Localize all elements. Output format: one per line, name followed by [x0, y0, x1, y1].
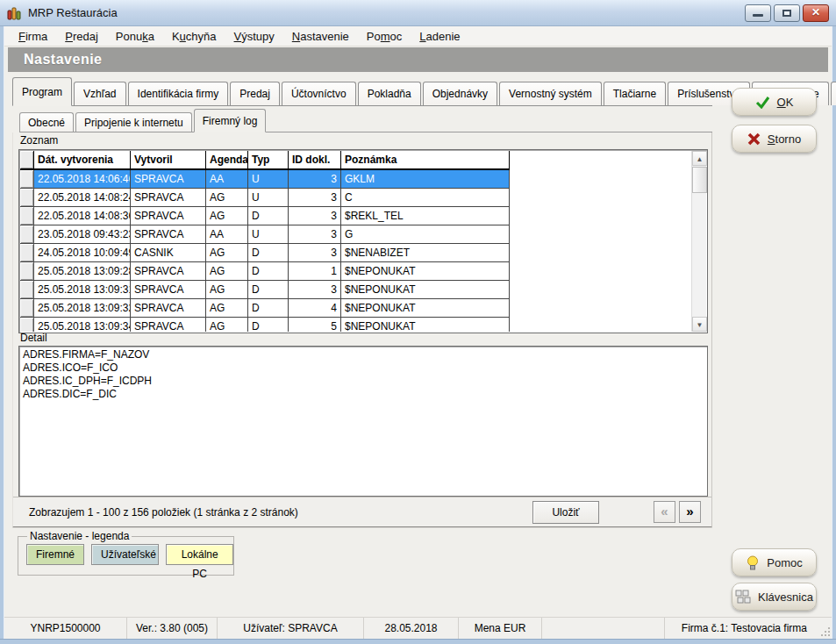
cell-agenda[interactable]: AG	[206, 318, 248, 332]
cell-date[interactable]: 25.05.2018 13:09:34	[34, 318, 131, 332]
log-grid[interactable]: Dát. vytvorenia Vytvoril Agenda Typ ID d…	[18, 149, 708, 333]
tab-tlaciarne[interactable]: Tlačiarne	[604, 82, 666, 105]
table-row[interactable]: 22.05.2018 14:08:24 SPRAVCA AG U 3 C	[20, 189, 691, 207]
menu-pomoc[interactable]: Pomoc	[358, 28, 411, 45]
cell-typ[interactable]: U	[248, 170, 289, 189]
cell-agenda[interactable]: AG	[206, 262, 248, 281]
table-row[interactable]: 25.05.2018 13:09:31 SPRAVCA AG D 3 $NEPO…	[20, 281, 691, 299]
save-button[interactable]: Uložiť	[532, 501, 599, 524]
cell-typ[interactable]: D	[248, 244, 289, 262]
cell-note[interactable]: $REKL_TEL	[341, 207, 510, 225]
cell-typ[interactable]: D	[248, 299, 289, 318]
col-poznamka[interactable]: Poznámka	[341, 151, 510, 170]
cell-note[interactable]: GKLM	[341, 170, 510, 189]
menu-kuchyna[interactable]: Kuchyňa	[163, 28, 225, 45]
menu-vystupy[interactable]: Výstupy	[225, 28, 283, 45]
cell-note[interactable]: $NEPONUKAT	[341, 262, 510, 281]
scroll-up-icon[interactable]: ▲	[692, 151, 707, 166]
grid-scrollbar[interactable]: ▲ ▼	[691, 151, 706, 332]
cell-date[interactable]: 25.05.2018 13:09:28	[34, 262, 131, 281]
tab-predaj[interactable]: Predaj	[230, 82, 280, 105]
col-agenda[interactable]: Agenda	[206, 151, 248, 170]
cell-id[interactable]: 3	[289, 207, 341, 225]
row-selector[interactable]	[20, 281, 34, 299]
cell-date[interactable]: 23.05.2018 09:43:23	[34, 225, 131, 244]
subtab-obecne[interactable]: Obecné	[19, 112, 74, 132]
pomoc-button[interactable]: Pomoc	[732, 548, 817, 576]
cell-date[interactable]: 25.05.2018 13:09:31	[34, 281, 131, 299]
row-selector[interactable]	[20, 225, 34, 244]
table-row[interactable]: 25.05.2018 13:09:32 SPRAVCA AG D 4 $NEPO…	[20, 299, 691, 318]
cell-agenda[interactable]: AG	[206, 281, 248, 299]
cell-user[interactable]: CASNIK	[131, 244, 206, 262]
tab-vernostny-system[interactable]: Vernostný systém	[499, 82, 602, 105]
cell-date[interactable]: 22.05.2018 14:08:24	[34, 189, 131, 207]
table-row[interactable]: 24.05.2018 10:09:49 CASNIK AG D 3 $NENAB…	[20, 244, 691, 262]
storno-button[interactable]: Storno	[732, 125, 817, 153]
cell-typ[interactable]: U	[248, 189, 289, 207]
cell-note[interactable]: G	[341, 225, 510, 244]
menu-firma[interactable]: Firma	[10, 28, 56, 45]
prev-page-button[interactable]: «	[654, 501, 675, 523]
minimize-button[interactable]	[745, 4, 771, 22]
tab-objednavky[interactable]: Objednávky	[423, 82, 497, 105]
cell-user[interactable]: SPRAVCA	[131, 170, 206, 189]
menu-ladenie[interactable]: Ladenie	[411, 28, 468, 45]
row-selector[interactable]	[20, 244, 34, 262]
subtab-firemny-log[interactable]: Firemný log	[194, 109, 267, 132]
table-row[interactable]: 25.05.2018 13:09:28 SPRAVCA AG D 1 $NEPO…	[20, 262, 691, 281]
scroll-down-icon[interactable]: ▼	[692, 317, 707, 332]
cell-id[interactable]: 3	[289, 170, 341, 189]
cell-note[interactable]: $NEPONUKAT	[341, 318, 510, 332]
tab-pokladna[interactable]: Pokladňa	[358, 82, 421, 105]
cell-date[interactable]: 22.05.2018 14:08:36	[34, 207, 131, 225]
cell-typ[interactable]: D	[248, 318, 289, 332]
col-vytvoril[interactable]: Vytvoril	[131, 151, 206, 170]
legend-chip-firemne[interactable]: Firemné	[26, 544, 84, 565]
scrollbar-thumb[interactable]	[692, 167, 707, 193]
cell-agenda[interactable]: AG	[206, 244, 248, 262]
col-typ[interactable]: Typ	[248, 151, 289, 170]
tab-program[interactable]: Program	[12, 77, 72, 106]
cell-note[interactable]: $NEPONUKAT	[341, 299, 510, 318]
menu-predaj[interactable]: Predaj	[56, 28, 107, 45]
cell-agenda[interactable]: AA	[206, 225, 248, 244]
cell-user[interactable]: SPRAVCA	[131, 318, 206, 332]
table-row[interactable]: 22.05.2018 14:06:46 SPRAVCA AA U 3 GKLM	[20, 170, 691, 189]
row-selector[interactable]	[20, 189, 34, 207]
cell-user[interactable]: SPRAVCA	[131, 299, 206, 318]
table-row[interactable]: 22.05.2018 14:08:36 SPRAVCA AG D 3 $REKL…	[20, 207, 691, 225]
cell-typ[interactable]: U	[248, 225, 289, 244]
cell-date[interactable]: 25.05.2018 13:09:32	[34, 299, 131, 318]
restore-button[interactable]	[774, 4, 800, 22]
cell-agenda[interactable]: AG	[206, 207, 248, 225]
row-selector[interactable]	[20, 262, 34, 281]
next-page-button[interactable]: »	[679, 501, 701, 523]
cell-typ[interactable]: D	[248, 262, 289, 281]
cell-typ[interactable]: D	[248, 207, 289, 225]
tab-identifikacia-firmy[interactable]: Identifikácia firmy	[128, 82, 229, 105]
cell-id[interactable]: 3	[289, 281, 341, 299]
detail-memo[interactable]: ADRES.FIRMA=F_NAZOV ADRES.ICO=F_ICO ADRE…	[18, 346, 708, 497]
ok-button[interactable]: OK	[732, 88, 817, 116]
resize-grip-icon[interactable]	[818, 625, 831, 637]
klavesnica-button[interactable]: Klávesnica	[732, 583, 817, 611]
cell-agenda[interactable]: AA	[206, 170, 248, 189]
close-button[interactable]: ✕	[803, 4, 829, 22]
cell-id[interactable]: 3	[289, 189, 341, 207]
cell-note[interactable]: $NENABIZET	[341, 244, 510, 262]
cell-typ[interactable]: D	[248, 281, 289, 299]
cell-user[interactable]: SPRAVCA	[131, 189, 206, 207]
menu-nastavenie[interactable]: Nastavenie	[283, 28, 358, 45]
cell-id[interactable]: 1	[289, 262, 341, 281]
row-selector[interactable]	[20, 207, 34, 225]
cell-id[interactable]: 5	[289, 318, 341, 332]
table-row[interactable]: 23.05.2018 09:43:23 SPRAVCA AA U 3 G	[20, 225, 691, 244]
row-selector[interactable]	[20, 170, 34, 189]
cell-user[interactable]: SPRAVCA	[131, 281, 206, 299]
tab-uctovnictvo[interactable]: Účtovníctvo	[282, 82, 356, 105]
cell-date[interactable]: 22.05.2018 14:06:46	[34, 170, 131, 189]
cell-note[interactable]: C	[341, 189, 510, 207]
row-selector[interactable]	[20, 318, 34, 332]
cell-id[interactable]: 3	[289, 244, 341, 262]
